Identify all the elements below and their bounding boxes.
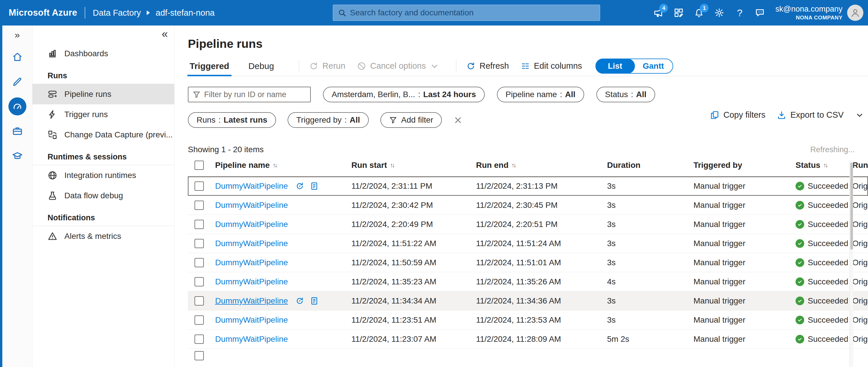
briefcase-icon bbox=[12, 125, 23, 136]
table-row[interactable]: DummyWaitPipeline 11/2/2024, 2:30:42 PM … bbox=[188, 196, 868, 215]
announcements-button[interactable]: 4 bbox=[649, 4, 668, 22]
select-all-checkbox[interactable] bbox=[194, 161, 204, 170]
row-checkbox[interactable] bbox=[194, 258, 204, 267]
portal-grid-button[interactable] bbox=[670, 4, 688, 22]
pipeline-run-link[interactable]: DummyWaitPipeline bbox=[215, 258, 288, 267]
cancel-options-button[interactable]: Cancel options bbox=[354, 56, 441, 76]
rail-item-manage[interactable] bbox=[8, 122, 27, 140]
settings-button[interactable] bbox=[710, 4, 728, 22]
copy-filters-button[interactable]: Copy filters bbox=[710, 110, 765, 120]
pipeline-run-link[interactable]: DummyWaitPipeline bbox=[215, 315, 288, 325]
pipeline-run-link[interactable]: DummyWaitPipeline bbox=[215, 296, 288, 306]
rail-item-learning[interactable] bbox=[8, 147, 27, 165]
rerun-run-icon[interactable] bbox=[296, 297, 304, 305]
triggered-by-pill[interactable]: Triggered by : All bbox=[288, 112, 369, 128]
status-badge: Succeeded bbox=[796, 220, 848, 229]
table-row[interactable]: DummyWaitPipeline 11/2/2024, 11:35:23 AM… bbox=[188, 272, 868, 291]
gantt-view-button[interactable]: Gantt bbox=[634, 59, 673, 73]
pipeline-run-link[interactable]: DummyWaitPipeline bbox=[215, 335, 288, 344]
table-row[interactable]: DummyWaitPipeline 11/2/2024, 2:31:11 PM … bbox=[188, 177, 868, 196]
consumption-report-icon[interactable] bbox=[310, 297, 319, 305]
pipeline-run-link[interactable]: DummyWaitPipeline bbox=[215, 181, 288, 191]
refresh-button[interactable]: Refresh bbox=[464, 56, 512, 76]
expand-nav-button[interactable]: » bbox=[8, 28, 27, 41]
row-checkbox[interactable] bbox=[194, 239, 204, 248]
sidebar-item-change-data-capture[interactable]: Change Data Capture (previ... bbox=[32, 125, 174, 145]
more-actions-button[interactable] bbox=[855, 111, 864, 119]
row-checkbox[interactable] bbox=[194, 181, 204, 191]
tab-triggered[interactable]: Triggered bbox=[188, 56, 231, 76]
breadcrumb-caret-icon bbox=[147, 10, 150, 15]
azure-brand[interactable]: Microsoft Azure bbox=[9, 7, 77, 18]
account-menu[interactable]: sk@nona.company NONA COMPANY bbox=[775, 4, 863, 21]
row-checkbox[interactable] bbox=[194, 315, 204, 325]
run-start-cell: 11/2/2024, 11:50:59 AM bbox=[347, 258, 471, 267]
list-view-button[interactable]: List bbox=[595, 59, 635, 73]
status-pill[interactable]: Status : All bbox=[596, 87, 655, 102]
table-row[interactable]: DummyWaitPipeline 11/2/2024, 11:34:34 AM… bbox=[188, 291, 868, 310]
sidebar-item-pipeline-runs[interactable]: Pipeline runs bbox=[32, 84, 174, 104]
feedback-icon bbox=[755, 8, 765, 18]
rail-item-monitor[interactable] bbox=[8, 97, 26, 115]
table-row[interactable] bbox=[188, 349, 868, 367]
consumption-report-icon[interactable] bbox=[310, 182, 319, 190]
pipeline-name-pill[interactable]: Pipeline name : All bbox=[497, 87, 584, 102]
row-checkbox[interactable] bbox=[194, 220, 204, 229]
column-header-run-end[interactable]: Run end↑↓ bbox=[471, 161, 602, 170]
add-filter-button[interactable]: Add filter bbox=[380, 112, 442, 128]
sidebar-item-alerts-metrics[interactable]: Alerts & metrics bbox=[32, 226, 174, 246]
help-icon: ? bbox=[737, 7, 742, 19]
table-row[interactable]: DummyWaitPipeline 11/2/2024, 11:23:51 AM… bbox=[188, 310, 868, 330]
notifications-badge: 1 bbox=[700, 4, 709, 12]
notifications-button[interactable]: 1 bbox=[690, 4, 708, 22]
row-actions bbox=[296, 297, 319, 305]
table-row[interactable]: DummyWaitPipeline 11/2/2024, 11:50:59 AM… bbox=[188, 253, 868, 272]
sidebar-item-data-flow-debug[interactable]: Data flow debug bbox=[32, 186, 174, 206]
success-check-icon bbox=[796, 220, 804, 229]
row-checkbox[interactable] bbox=[194, 277, 204, 286]
clear-filters-button[interactable]: × bbox=[454, 113, 462, 127]
collapse-sidebar-button[interactable]: « bbox=[162, 28, 168, 39]
edit-columns-button[interactable]: Edit columns bbox=[518, 56, 585, 76]
person-icon bbox=[850, 7, 861, 18]
tab-debug[interactable]: Debug bbox=[247, 56, 276, 76]
row-checkbox[interactable] bbox=[194, 201, 204, 210]
column-header-run-start[interactable]: Run start↑↓ bbox=[347, 161, 471, 170]
rerun-run-icon[interactable] bbox=[296, 182, 304, 190]
help-button[interactable]: ? bbox=[731, 4, 749, 22]
duration-cell: 3s bbox=[602, 220, 689, 229]
pipeline-run-link[interactable]: DummyWaitPipeline bbox=[215, 239, 288, 248]
run-filter-box bbox=[188, 87, 311, 102]
avatar[interactable] bbox=[847, 5, 863, 21]
rail-item-home[interactable] bbox=[8, 48, 27, 66]
topbar: Microsoft Azure Data Factory adf-stefan-… bbox=[0, 0, 868, 26]
column-header-status[interactable]: Status↑↓ bbox=[791, 161, 848, 170]
run-filter-input[interactable] bbox=[204, 90, 306, 99]
column-header-pipeline-name[interactable]: Pipeline name↑↓ bbox=[211, 161, 347, 170]
pipeline-run-link[interactable]: DummyWaitPipeline bbox=[215, 277, 288, 286]
time-range-pill[interactable]: Amsterdam, Berlin, B... : Last 24 hours bbox=[323, 87, 485, 102]
table-row[interactable]: DummyWaitPipeline 11/2/2024, 2:20:49 PM … bbox=[188, 215, 868, 234]
scrollbar-thumb[interactable] bbox=[850, 163, 853, 250]
feedback-button[interactable] bbox=[751, 4, 769, 22]
table-row[interactable]: DummyWaitPipeline 11/2/2024, 11:51:22 AM… bbox=[188, 234, 868, 253]
row-checkbox[interactable] bbox=[194, 296, 204, 306]
copy-icon bbox=[710, 111, 719, 120]
table-status-row: Showing 1 - 20 items Refreshing... bbox=[188, 145, 855, 154]
rerun-button[interactable]: Rerun bbox=[307, 56, 348, 76]
showing-count: Showing 1 - 20 items bbox=[188, 145, 264, 154]
table-row[interactable]: DummyWaitPipeline 11/2/2024, 11:23:07 AM… bbox=[188, 330, 868, 349]
row-checkbox[interactable] bbox=[194, 351, 204, 360]
sidebar-item-integration-runtimes[interactable]: Integration runtimes bbox=[32, 165, 174, 186]
sidebar-item-dashboards[interactable]: Dashboards bbox=[32, 43, 174, 64]
triggered-by-cell: Manual trigger bbox=[689, 181, 791, 191]
row-checkbox[interactable] bbox=[194, 335, 204, 344]
pipeline-run-link[interactable]: DummyWaitPipeline bbox=[215, 220, 288, 229]
app-name[interactable]: Data Factory bbox=[93, 8, 141, 18]
pipeline-run-link[interactable]: DummyWaitPipeline bbox=[215, 201, 288, 210]
runs-pill[interactable]: Runs : Latest runs bbox=[188, 112, 276, 128]
export-csv-button[interactable]: Export to CSV bbox=[777, 110, 844, 120]
global-search-input[interactable] bbox=[350, 8, 595, 18]
sidebar-item-trigger-runs[interactable]: Trigger runs bbox=[32, 104, 174, 125]
rail-item-author[interactable] bbox=[8, 72, 27, 91]
